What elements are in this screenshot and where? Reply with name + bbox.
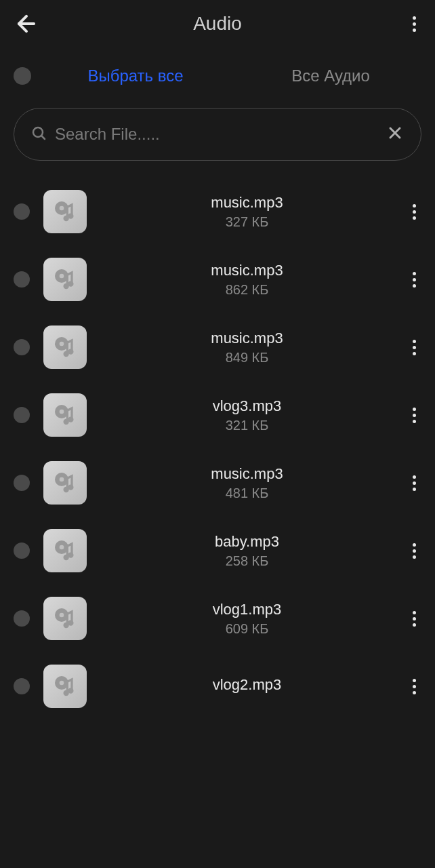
audio-file-icon [43, 665, 87, 708]
file-size: 321 КБ [100, 418, 394, 433]
file-name: music.mp3 [100, 330, 394, 347]
file-name: music.mp3 [100, 262, 394, 279]
file-checkbox[interactable] [14, 542, 30, 559]
file-name: vlog3.mp3 [100, 397, 394, 415]
file-checkbox[interactable] [14, 339, 30, 355]
more-options-button[interactable] [407, 11, 421, 37]
file-info: vlog2.mp3 [100, 676, 394, 696]
file-info: music.mp3 327 КБ [100, 194, 394, 230]
file-checkbox[interactable] [14, 407, 30, 423]
file-info: baby.mp3 258 КБ [100, 533, 394, 569]
svg-point-28 [68, 553, 73, 558]
file-more-button[interactable] [407, 606, 421, 632]
file-size: 327 КБ [100, 214, 394, 230]
clear-search-button[interactable] [386, 123, 405, 145]
file-size: 258 КБ [100, 553, 394, 569]
file-item[interactable]: vlog1.mp3 609 КБ [14, 585, 421, 652]
file-size: 481 КБ [100, 486, 394, 501]
file-info: music.mp3 481 КБ [100, 465, 394, 501]
svg-point-14 [60, 342, 64, 347]
file-more-button[interactable] [407, 402, 421, 429]
file-checkbox[interactable] [14, 203, 30, 220]
search-input[interactable] [14, 108, 421, 161]
svg-point-32 [68, 620, 73, 626]
tab-all-audio[interactable]: Все Аудио [240, 61, 421, 91]
audio-file-icon [43, 461, 87, 505]
file-size: 862 КБ [100, 282, 394, 298]
file-more-button[interactable] [407, 267, 421, 293]
file-item[interactable]: baby.mp3 258 КБ [14, 517, 421, 585]
file-more-button[interactable] [407, 673, 421, 700]
audio-file-icon [43, 258, 87, 301]
file-info: music.mp3 849 КБ [100, 330, 394, 366]
audio-file-icon [43, 326, 87, 369]
file-name: vlog1.mp3 [100, 601, 394, 618]
svg-point-20 [68, 417, 73, 422]
file-more-button[interactable] [407, 199, 421, 225]
svg-point-24 [68, 485, 73, 490]
svg-point-36 [68, 688, 73, 694]
page-title: Audio [193, 13, 242, 35]
audio-file-icon [43, 597, 87, 640]
svg-point-12 [68, 281, 73, 287]
tab-select-all[interactable]: Выбрать все [45, 61, 226, 91]
select-all-checkbox[interactable] [14, 67, 31, 85]
file-name: music.mp3 [100, 465, 394, 483]
audio-file-icon [43, 393, 87, 437]
svg-point-34 [60, 681, 64, 686]
file-size: 849 КБ [100, 350, 394, 366]
svg-point-8 [68, 214, 73, 219]
search-icon [30, 125, 47, 144]
header: Audio [0, 0, 435, 47]
svg-line-2 [42, 136, 45, 140]
tabs-bar: Выбрать все Все Аудио [0, 47, 435, 104]
file-info: vlog3.mp3 321 КБ [100, 397, 394, 433]
file-checkbox[interactable] [14, 610, 30, 627]
svg-point-30 [60, 613, 64, 618]
file-checkbox[interactable] [14, 271, 30, 288]
back-button[interactable] [14, 11, 39, 37]
file-item[interactable]: music.mp3 849 КБ [14, 313, 421, 381]
audio-file-icon [43, 190, 87, 233]
file-more-button[interactable] [407, 538, 421, 564]
svg-point-22 [60, 477, 64, 482]
file-item[interactable]: vlog2.mp3 [14, 652, 421, 720]
file-list: music.mp3 327 КБ music.mp3 862 КБ [0, 178, 435, 720]
file-name: music.mp3 [100, 194, 394, 212]
file-info: vlog1.mp3 609 КБ [100, 601, 394, 637]
file-item[interactable]: music.mp3 862 КБ [14, 245, 421, 313]
file-item[interactable]: music.mp3 327 КБ [14, 178, 421, 245]
file-item[interactable]: vlog3.mp3 321 КБ [14, 381, 421, 449]
file-checkbox[interactable] [14, 475, 30, 491]
search-container [14, 108, 421, 161]
file-item[interactable]: music.mp3 481 КБ [14, 449, 421, 517]
audio-file-icon [43, 529, 87, 572]
svg-point-26 [60, 545, 64, 550]
svg-point-18 [60, 410, 64, 414]
svg-point-16 [68, 349, 73, 355]
file-more-button[interactable] [407, 470, 421, 496]
file-name: vlog2.mp3 [100, 676, 394, 694]
svg-point-10 [60, 274, 64, 279]
file-more-button[interactable] [407, 334, 421, 361]
file-size: 609 КБ [100, 621, 394, 637]
file-name: baby.mp3 [100, 533, 394, 551]
svg-point-6 [60, 206, 64, 211]
file-info: music.mp3 862 КБ [100, 262, 394, 298]
file-checkbox[interactable] [14, 678, 30, 694]
